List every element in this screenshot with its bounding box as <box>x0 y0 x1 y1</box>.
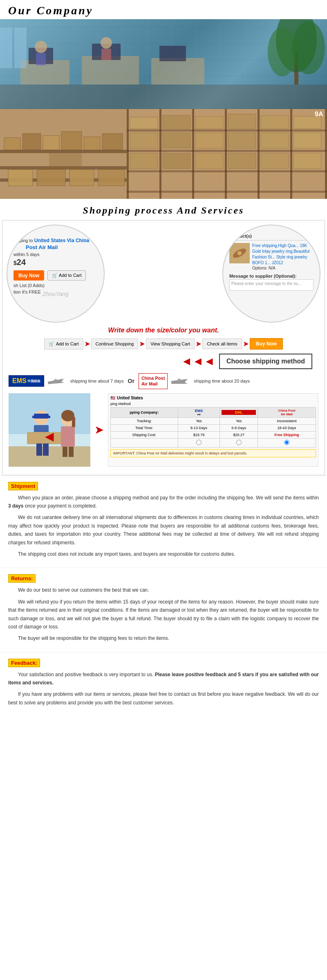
office-svg <box>0 19 327 109</box>
process-box: hipping to United States Via China ▼ Pos… <box>2 220 325 475</box>
svg-rect-37 <box>225 109 227 199</box>
svg-rect-16 <box>14 27 27 68</box>
ems-logo: EMS 中国邮政 <box>9 375 44 387</box>
svg-rect-6 <box>159 46 186 61</box>
radio-ems-input[interactable] <box>196 440 202 445</box>
product-image <box>229 243 250 263</box>
svg-rect-21 <box>4 138 20 150</box>
svg-rect-42 <box>127 150 327 152</box>
time-ems: 8-13 Days <box>178 424 220 431</box>
svg-text:9A: 9A <box>315 111 323 118</box>
returns-para3: The buyer will be responsible for the sh… <box>8 634 319 642</box>
warehouse-left-svg <box>0 109 127 199</box>
warehouse-right-svg: 9A <box>127 109 327 199</box>
svg-rect-54 <box>228 133 256 148</box>
message-label: Message to supplier (Optional): <box>229 274 314 278</box>
china-post-option[interactable]: China Post Air Mail <box>139 373 190 389</box>
col-company: pping Company: <box>111 407 178 417</box>
shipping-method-label: ping Method <box>110 402 316 406</box>
important-note: IMPORTANT: China Post Air Mail deliverie… <box>110 449 316 457</box>
svg-rect-61 <box>261 153 289 169</box>
delivery-arrow: ➤ <box>94 393 104 467</box>
feedback-section: Feedback: Your satisfaction and positive… <box>0 652 327 717</box>
svg-rect-23 <box>43 136 59 150</box>
shipment-para3: The shipping cost does not include any i… <box>8 550 319 558</box>
svg-rect-69 <box>9 446 90 467</box>
circles-row: hipping to United States Via China ▼ Pos… <box>7 225 320 323</box>
svg-rect-73 <box>32 416 50 418</box>
product-row: Free shipping,High Qua... 18K Gold Inlay… <box>229 243 314 270</box>
add-to-cart-button[interactable]: 🛒 Add to Cart <box>47 270 86 281</box>
tracking-ems: Yes <box>178 417 220 424</box>
returns-label: Returns: <box>8 574 36 583</box>
svg-point-14 <box>292 21 325 74</box>
buy-now-button[interactable]: Buy Now <box>13 270 44 281</box>
svg-rect-41 <box>127 129 327 131</box>
step-check-items: Check all items <box>202 339 242 349</box>
svg-rect-30 <box>98 169 125 186</box>
tracking-label: Tracking: <box>111 417 178 424</box>
arrow-3: ➤ <box>195 339 202 348</box>
svg-rect-26 <box>102 134 123 150</box>
time-label: Total Time: <box>111 424 178 431</box>
svg-rect-15 <box>0 27 12 68</box>
col-ems: EMS ●● <box>178 407 220 417</box>
message-input[interactable]: Please enter your message to the su... <box>229 279 314 291</box>
svg-rect-81 <box>63 447 67 457</box>
product-svg <box>229 243 250 263</box>
svg-rect-47 <box>195 116 223 129</box>
svg-point-66 <box>237 251 242 255</box>
svg-rect-18 <box>0 150 127 153</box>
time-row: Total Time: 8-13 Days 5-8 Days 18-43 Day… <box>111 424 316 431</box>
svg-rect-29 <box>69 169 94 186</box>
svg-rect-36 <box>192 109 194 199</box>
svg-rect-31 <box>49 153 82 169</box>
radio-china-post-input[interactable] <box>284 440 289 445</box>
delivery-scene: ◀ ➤ 🇺🇸 United States ping Method pping C… <box>9 393 318 467</box>
arrow-4: ➤ <box>243 339 249 348</box>
svg-point-7 <box>35 41 47 53</box>
svg-rect-28 <box>37 169 65 186</box>
svg-rect-3 <box>151 58 204 85</box>
warehouse-photos: 9A <box>0 109 327 199</box>
cost-dhl: $20.27 <box>220 431 258 438</box>
svg-rect-62 <box>293 153 321 169</box>
ems-plane-icon <box>46 376 66 386</box>
svg-text:◀: ◀ <box>45 430 54 443</box>
shipment-section: Shipment When you place an order, please… <box>0 475 327 568</box>
product-description: Free shipping,High Qua... 18K Gold Inlay… <box>252 243 314 266</box>
cart-icon: 🛒 <box>52 273 58 278</box>
time-dhl: 5-8 Days <box>220 424 258 431</box>
china-post-plane-icon <box>169 375 190 387</box>
step-buy-now[interactable]: Buy Now <box>250 338 283 350</box>
svg-rect-2 <box>82 56 139 85</box>
step-continue-shopping[interactable]: Continue Shopping <box>91 339 139 349</box>
svg-rect-60 <box>228 153 256 169</box>
cost-label: Shipping Cost: <box>111 431 178 438</box>
svg-rect-76 <box>43 443 49 456</box>
svg-rect-40 <box>325 109 327 199</box>
returns-section: Returns: We do our best to serve our cus… <box>0 568 327 652</box>
shipping-to-label: hipping to United States Via China ▼ <box>13 238 96 243</box>
wish-list-label: sh List (0 Adds) <box>13 283 96 288</box>
svg-rect-51 <box>130 133 158 148</box>
shipping-table-container: 🇺🇸 United States ping Method pping Compa… <box>108 393 318 467</box>
svg-rect-34 <box>127 109 129 199</box>
step-view-cart[interactable]: View Shopping Cart <box>146 339 195 349</box>
delivery-time: within 5 days <box>13 252 96 257</box>
svg-rect-58 <box>163 153 190 169</box>
radio-ems[interactable] <box>178 438 220 447</box>
radio-dhl[interactable] <box>220 438 258 447</box>
radio-dhl-input[interactable] <box>236 440 242 445</box>
returns-para2: We will refund you if you return the ite… <box>8 598 319 631</box>
china-post-time: shipping time about 20 days <box>194 379 250 383</box>
ems-option[interactable]: EMS 中国邮政 <box>9 375 66 387</box>
destination-link[interactable]: United States Via China <box>34 238 89 243</box>
svg-rect-39 <box>290 109 292 199</box>
step-add-to-cart[interactable]: 🛒 Add to Cart <box>44 339 83 350</box>
radio-china-post[interactable] <box>258 438 316 447</box>
choose-arrow-icon: ◄◄◄ <box>181 355 215 368</box>
svg-rect-0 <box>0 85 327 109</box>
svg-rect-53 <box>195 133 223 148</box>
feedback-para1: Your satisfaction and positive feedback … <box>8 670 319 687</box>
